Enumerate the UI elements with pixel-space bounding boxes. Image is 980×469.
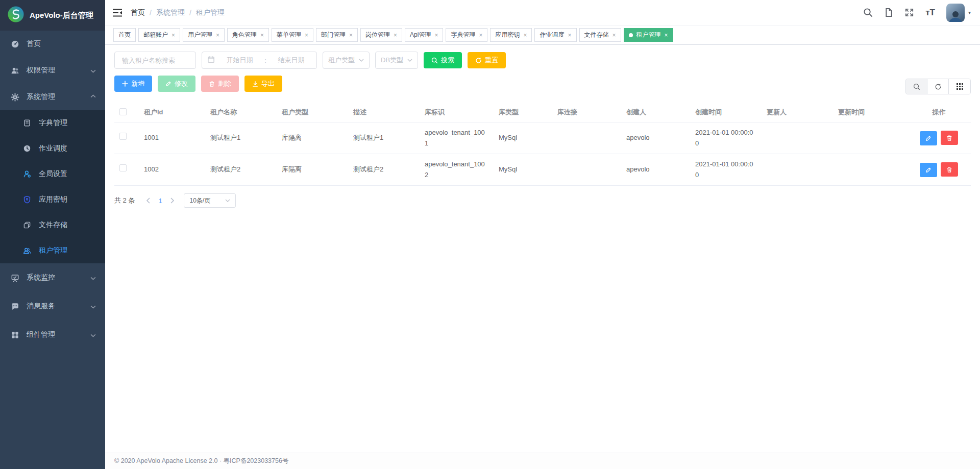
col-header-actions: 操作 [907, 103, 971, 122]
sidebar-item-monitor[interactable]: 系统监控 [0, 263, 105, 292]
cell-tenant-id: 1002 [139, 154, 205, 186]
table-row: 1001 测试租户1 库隔离 测试租户1 apevolo_tenant_1001… [114, 122, 971, 154]
tab-dict-mgmt[interactable]: 字典管理× [446, 28, 487, 42]
row-checkbox[interactable] [119, 164, 127, 171]
add-button[interactable]: 新增 [114, 76, 152, 92]
row-checkbox[interactable] [119, 133, 127, 140]
close-icon[interactable]: × [305, 32, 308, 38]
next-page-button[interactable] [166, 194, 179, 207]
document-icon[interactable] [884, 8, 893, 17]
sidebar-item-dictionary[interactable]: 字典管理 [0, 110, 105, 136]
prev-page-button[interactable] [142, 194, 154, 207]
close-icon[interactable]: × [665, 32, 668, 38]
end-date-placeholder[interactable]: 结束日期 [271, 56, 311, 65]
breadcrumb: 首页 / 系统管理 / 租户管理 [131, 8, 225, 17]
pagination-total: 共 2 条 [114, 196, 135, 205]
breadcrumb-separator: / [150, 9, 152, 17]
sidebar-collapse-icon[interactable] [112, 8, 122, 17]
breadcrumb-home[interactable]: 首页 [131, 8, 145, 17]
sidebar-item-job-schedule[interactable]: 作业调度 [0, 136, 105, 161]
select-all-checkbox[interactable] [119, 108, 127, 115]
sidebar-item-label: 应用密钥 [39, 195, 67, 204]
row-edit-button[interactable] [920, 163, 937, 177]
search-input[interactable] [121, 56, 189, 65]
fullscreen-icon[interactable] [904, 8, 914, 17]
tab-home[interactable]: 首页 [113, 28, 136, 42]
db-type-select[interactable]: DB类型 [375, 52, 418, 69]
close-icon[interactable]: × [479, 32, 482, 38]
tab-menu-mgmt[interactable]: 菜单管理× [272, 28, 313, 42]
avatar[interactable] [946, 4, 965, 22]
row-delete-button[interactable] [941, 131, 958, 145]
tenant-table: 租户Id 租户名称 租户类型 描述 库标识 库类型 库连接 创建人 创建时间 更… [114, 103, 971, 186]
breadcrumb-system[interactable]: 系统管理 [156, 8, 185, 17]
start-date-placeholder[interactable]: 开始日期 [219, 56, 260, 65]
tab-file-storage[interactable]: 文件存储× [579, 28, 621, 42]
chevron-down-icon [90, 66, 96, 75]
cell-db-conn [552, 122, 621, 154]
refresh-button[interactable] [927, 79, 949, 94]
tab-role-mgmt[interactable]: 角色管理× [227, 28, 269, 42]
close-icon[interactable]: × [523, 32, 527, 38]
copy-icon [22, 221, 32, 229]
edit-button[interactable]: 修改 [158, 76, 195, 92]
table-header-row: 租户Id 租户名称 租户类型 描述 库标识 库类型 库连接 创建人 创建时间 更… [114, 103, 971, 122]
close-icon[interactable]: × [172, 32, 175, 38]
sidebar-item-label: 组件管理 [27, 330, 55, 339]
sidebar-item-file-storage[interactable]: 文件存储 [0, 212, 105, 238]
tab-user-mgmt[interactable]: 用户管理× [183, 28, 225, 42]
sidebar-item-tenant[interactable]: 租户管理 [0, 238, 105, 263]
cell-description: 测试租户2 [348, 154, 420, 186]
sidebar-item-label: 全局设置 [39, 169, 67, 179]
delete-button[interactable]: 删除 [201, 76, 239, 92]
close-icon[interactable]: × [394, 32, 397, 38]
sidebar-item-components[interactable]: 组件管理 [0, 320, 105, 349]
close-icon[interactable]: × [612, 32, 616, 38]
page-number[interactable]: 1 [154, 197, 166, 205]
tab-job-schedule[interactable]: 作业调度× [534, 28, 576, 42]
grid-icon [957, 83, 963, 90]
export-button[interactable]: 导出 [244, 76, 282, 92]
sidebar-item-label: 系统管理 [27, 92, 55, 102]
tenant-name-search-field[interactable] [114, 52, 196, 69]
cell-db-type: MySql [494, 122, 552, 154]
tab-api-mgmt[interactable]: Api管理× [405, 28, 443, 42]
toggle-search-button[interactable] [906, 79, 927, 94]
tab-post-mgmt[interactable]: 岗位管理× [360, 28, 402, 42]
breadcrumb-separator: / [189, 9, 191, 17]
page-size-select[interactable]: 10条/页 [184, 193, 236, 208]
user-menu[interactable]: ▾ [946, 4, 971, 22]
apevolo-logo-icon [7, 6, 24, 25]
tenant-type-select[interactable]: 租户类型 [323, 52, 370, 69]
chevron-down-icon [359, 59, 364, 62]
reset-button[interactable]: 重置 [468, 52, 506, 68]
cell-tenant-type: 库隔离 [277, 122, 348, 154]
search-button[interactable]: 搜索 [424, 52, 462, 68]
tab-email-account[interactable]: 邮箱账户× [138, 28, 180, 42]
sidebar-item-permissions[interactable]: 权限管理 [0, 57, 105, 84]
date-range-picker[interactable]: 开始日期 : 结束日期 [202, 52, 317, 69]
user-settings-icon [22, 170, 32, 178]
close-icon[interactable]: × [568, 32, 571, 38]
sidebar-item-global-settings[interactable]: 全局设置 [0, 161, 105, 187]
font-size-icon[interactable]: тT [925, 8, 935, 18]
close-icon[interactable]: × [349, 32, 353, 38]
close-icon[interactable]: × [260, 32, 264, 38]
row-delete-button[interactable] [941, 162, 958, 177]
row-edit-button[interactable] [920, 131, 937, 145]
sidebar-item-system[interactable]: 系统管理 [0, 84, 105, 110]
close-icon[interactable]: × [216, 32, 219, 38]
tab-tenant-mgmt[interactable]: 租户管理× [624, 28, 673, 42]
app-logo[interactable]: ApeVolo-后台管理 [0, 0, 105, 31]
sidebar-item-message[interactable]: 消息服务 [0, 292, 105, 320]
cell-creator: apevolo [621, 122, 690, 154]
col-header-creator: 创建人 [621, 103, 690, 122]
close-icon[interactable]: × [434, 32, 438, 38]
sidebar-item-app-secret[interactable]: 应用密钥 [0, 187, 105, 212]
search-icon[interactable] [863, 8, 873, 17]
active-dot [629, 33, 633, 37]
tab-dept-mgmt[interactable]: 部门管理× [316, 28, 358, 42]
tab-app-secret[interactable]: 应用密钥× [490, 28, 532, 42]
sidebar-item-home[interactable]: 首页 [0, 31, 105, 57]
column-grid-button[interactable] [949, 79, 970, 94]
